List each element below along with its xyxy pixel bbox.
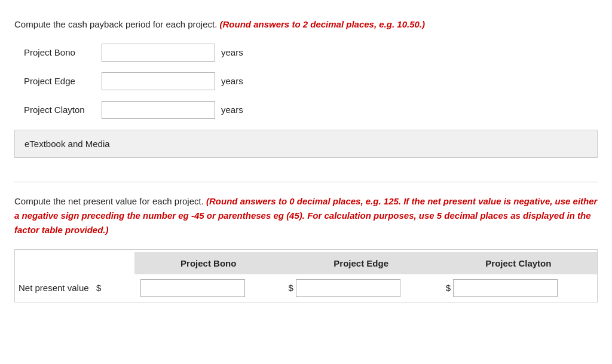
input-clayton-payback[interactable] — [102, 101, 215, 119]
input-edge-npv[interactable] — [296, 279, 400, 297]
table-header-empty — [15, 252, 134, 274]
input-bono-payback[interactable] — [102, 44, 215, 62]
unit-clayton: years — [221, 105, 243, 115]
section-divider — [14, 182, 598, 182]
unit-bono: years — [221, 47, 243, 57]
npv-table-wrapper: Project Bono Project Edge Project Clayto… — [14, 249, 598, 302]
table-header-edge: Project Edge — [283, 252, 440, 274]
section-cash-payback: Compute the cash payback period for each… — [14, 12, 598, 167]
currency-clayton: $ — [446, 283, 451, 293]
label-project-bono: Project Bono — [24, 47, 102, 57]
input-clayton-npv[interactable] — [453, 279, 558, 297]
npv-edge-cell: $ — [283, 274, 440, 302]
section-npv: Compute the net present value for each p… — [14, 194, 598, 308]
table-header-bono: Project Bono — [134, 252, 283, 274]
row-project-bono: Project Bono years — [24, 44, 598, 62]
etextbook-media-label: eTextbook and Media — [25, 139, 110, 149]
npv-clayton-cell: $ — [440, 274, 597, 302]
label-project-clayton: Project Clayton — [24, 105, 102, 115]
instruction-payback-plain: Compute the cash payback period for each… — [14, 19, 220, 29]
table-row-npv: Net present value $ $ — [15, 274, 597, 302]
label-project-edge: Project Edge — [24, 76, 102, 86]
npv-row-label: Net present value $ — [15, 274, 134, 302]
row-project-edge: Project Edge years — [24, 72, 598, 90]
table-header-clayton: Project Clayton — [440, 252, 597, 274]
instruction-payback-note: (Round answers to 2 decimal places, e.g.… — [220, 19, 425, 29]
row-project-clayton: Project Clayton years — [24, 101, 598, 119]
instruction-npv: Compute the net present value for each p… — [14, 194, 598, 237]
input-edge-payback[interactable] — [102, 72, 215, 90]
instruction-payback: Compute the cash payback period for each… — [14, 18, 598, 32]
etextbook-media-bar[interactable]: eTextbook and Media — [14, 130, 598, 158]
currency-edge: $ — [289, 283, 293, 293]
input-bono-npv[interactable] — [140, 279, 245, 297]
unit-edge: years — [221, 76, 243, 86]
npv-table: Project Bono Project Edge Project Clayto… — [15, 252, 597, 302]
instruction-npv-plain: Compute the net present value for each p… — [14, 196, 206, 206]
npv-bono-cell — [134, 274, 283, 302]
